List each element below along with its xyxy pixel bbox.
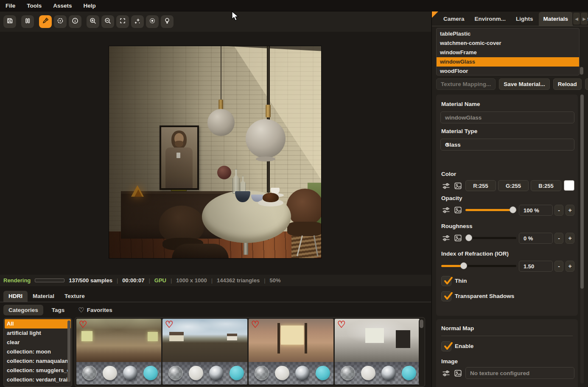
thin-checkbox[interactable] — [441, 276, 451, 286]
roughness-slider[interactable] — [465, 237, 516, 239]
color-green-field[interactable]: G:255 — [498, 180, 529, 191]
menu-assets[interactable]: Assets — [53, 3, 72, 9]
opacity-controls-icon[interactable] — [442, 206, 450, 214]
menu-file[interactable]: File — [6, 3, 15, 9]
light-button[interactable] — [161, 15, 174, 28]
panel-scrollbar-thumb[interactable] — [580, 95, 584, 289]
normal-map-image-field[interactable]: No texture configured — [465, 367, 574, 379]
color-controls-icon[interactable] — [442, 182, 450, 190]
category-item[interactable]: collection: moon — [4, 347, 72, 356]
render-viewport[interactable] — [109, 46, 322, 259]
ior-value-field[interactable]: 1.50 — [519, 261, 553, 272]
tab-materials[interactable]: Materials — [539, 12, 573, 26]
roughness-value-field[interactable]: 0 % — [519, 233, 553, 244]
category-scrollbar[interactable] — [67, 320, 70, 382]
material-name-field[interactable]: windowGlass — [440, 111, 574, 123]
info-button[interactable] — [69, 15, 81, 28]
color-blue-field[interactable]: B:255 — [531, 180, 561, 191]
pause-button[interactable] — [21, 15, 34, 28]
material-properties-card: Material Name windowGlass Material Type … — [436, 95, 578, 316]
transparent-shadows-label: Transparent Shadows — [455, 293, 514, 299]
tab-lights[interactable]: Lights — [511, 12, 538, 26]
opacity-slider-knob[interactable] — [510, 206, 516, 213]
tab-hdri[interactable]: HDRI — [3, 291, 28, 302]
opacity-plus-button[interactable]: + — [566, 205, 574, 216]
normal-map-texture-icon[interactable] — [454, 369, 462, 377]
roughness-slider-knob[interactable] — [465, 234, 472, 241]
material-item-selected[interactable]: windowGlass — [437, 57, 579, 67]
category-item-all[interactable]: All — [5, 319, 71, 329]
tab-environment[interactable]: Environm... — [470, 12, 511, 26]
ior-slider[interactable] — [441, 265, 516, 267]
roughness-texture-icon[interactable] — [454, 234, 462, 242]
category-item[interactable]: collection: namaqualan — [4, 356, 72, 366]
subtab-categories-label: Categories — [8, 307, 38, 313]
transparent-shadows-checkbox[interactable] — [441, 291, 451, 301]
ior-minus-button[interactable]: - — [554, 261, 563, 272]
tab-scroll-right-button[interactable]: ▶ — [581, 13, 588, 25]
lightbulb-icon — [164, 17, 171, 26]
favorite-heart-icon[interactable]: ♡ — [165, 319, 174, 331]
ior-slider-knob[interactable] — [460, 262, 467, 269]
opacity-slider[interactable] — [465, 209, 516, 211]
exposure-button[interactable] — [146, 15, 159, 28]
focus-button[interactable] — [54, 15, 67, 28]
favorite-heart-icon[interactable]: ♡ — [251, 319, 260, 331]
normal-map-enable-checkbox[interactable] — [441, 341, 451, 351]
roughness-minus-button[interactable]: - — [554, 233, 563, 244]
normal-map-controls-icon[interactable] — [442, 369, 450, 377]
tab-camera[interactable]: Camera — [439, 12, 469, 26]
favorite-heart-icon[interactable]: ♡ — [79, 319, 87, 331]
tab-scroll-left-button[interactable]: ◀ — [573, 13, 580, 25]
material-item[interactable]: windowFrame — [437, 48, 579, 57]
material-item[interactable]: woodFloor — [437, 67, 579, 75]
material-list-scrollbar[interactable] — [580, 67, 583, 75]
opacity-texture-icon[interactable] — [454, 206, 462, 214]
category-item[interactable]: clear — [4, 338, 72, 347]
color-picker-button[interactable] — [39, 15, 52, 28]
eyedropper-icon — [42, 17, 49, 26]
category-item[interactable]: collection: smugglers_c — [4, 366, 72, 375]
save-button[interactable] — [3, 15, 16, 28]
roughness-controls-icon[interactable] — [442, 234, 450, 242]
save-material-button[interactable]: Save Material... — [499, 78, 550, 90]
opacity-value-field[interactable]: 100 % — [519, 205, 553, 216]
tab-texture[interactable]: Texture — [59, 291, 90, 302]
pano-window — [281, 326, 304, 345]
reload-button[interactable]: Reload — [553, 78, 582, 90]
color-swatch[interactable] — [564, 180, 574, 191]
color-red-field[interactable]: R:255 — [465, 180, 496, 191]
hdri-thumbnail[interactable]: ♡ — [249, 319, 333, 384]
reset-button[interactable]: Reset — [585, 78, 588, 90]
info-icon — [72, 17, 78, 26]
roughness-label: Roughness — [441, 223, 473, 229]
thumbnail-scrollbar-thumb[interactable] — [420, 320, 423, 328]
subtab-categories[interactable]: Categories — [3, 305, 43, 315]
tab-material[interactable]: Material — [28, 291, 59, 302]
ior-plus-button[interactable]: + — [566, 261, 574, 272]
fit-view-button[interactable] — [116, 15, 129, 28]
scene-vignette — [109, 46, 321, 258]
rendered-scene — [109, 46, 321, 258]
hdri-thumbnail[interactable]: ♡ — [335, 319, 420, 384]
hdri-thumbnail[interactable]: ♡ — [76, 319, 161, 384]
subtab-tags[interactable]: Tags — [47, 305, 70, 315]
hdri-thumbnail[interactable]: ♡ — [162, 319, 247, 384]
thumbnail-scrollbar[interactable] — [419, 319, 424, 385]
texture-mapping-button[interactable]: Texture Mapping... — [436, 78, 496, 90]
favorite-heart-icon[interactable]: ♡ — [337, 319, 346, 331]
category-item[interactable]: collection: verdant_trail — [4, 375, 72, 384]
color-texture-icon[interactable] — [454, 182, 462, 190]
opacity-minus-button[interactable]: - — [554, 205, 563, 216]
denoise-button[interactable] — [131, 15, 144, 28]
subtab-favorites[interactable]: ♡Favorites — [73, 304, 117, 316]
material-item[interactable]: tablePlastic — [437, 29, 579, 39]
menu-tools[interactable]: Tools — [27, 3, 42, 9]
material-item[interactable]: watchmen-comic-cover — [437, 39, 579, 48]
zoom-out-button[interactable] — [101, 15, 114, 28]
menu-help[interactable]: Help — [84, 3, 96, 9]
category-item[interactable]: artificial light — [4, 329, 72, 338]
material-type-dropdown[interactable]: Glass ▼ — [440, 139, 574, 150]
zoom-in-button[interactable] — [87, 15, 99, 28]
roughness-plus-button[interactable]: + — [566, 233, 574, 244]
